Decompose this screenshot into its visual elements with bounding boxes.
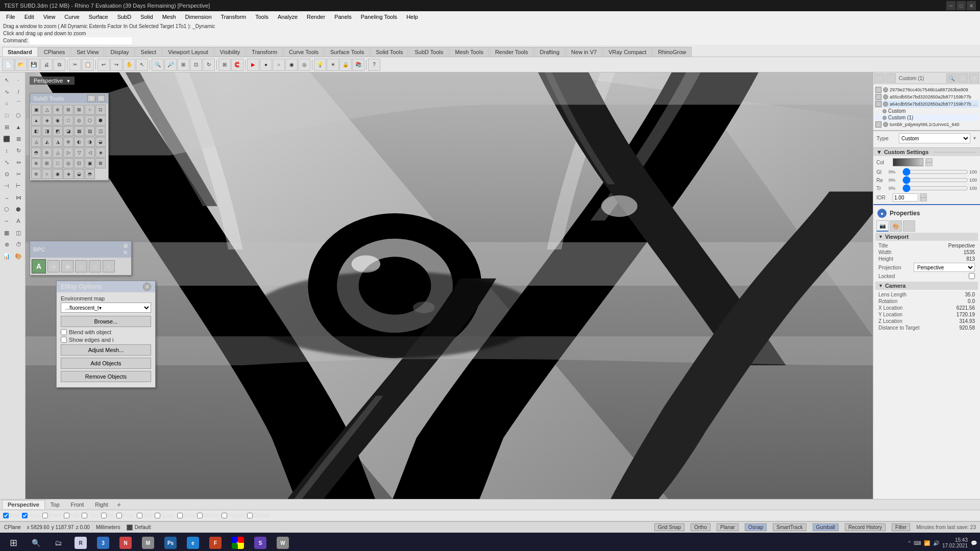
toolbar-pan[interactable]: ✋ (123, 59, 135, 71)
menu-paneling-tools[interactable]: Paneling Tools (357, 13, 401, 21)
toolbar-shading2[interactable]: ● (260, 59, 272, 71)
emap-add-objects-button[interactable]: Add Objects (61, 358, 151, 369)
prop-tab-camera[interactable]: 📷 (876, 220, 889, 232)
subd-tool-13[interactable]: ⬢ (95, 115, 106, 126)
notification-icon[interactable]: 💬 (971, 540, 977, 546)
app-w[interactable]: W (273, 534, 293, 551)
sidebar-surface-icon[interactable]: ⊞ (1, 121, 12, 133)
subd-settings-button[interactable]: ⚙ (87, 95, 95, 102)
layer-expand-0[interactable]: + (875, 87, 881, 93)
ortho-button[interactable]: Ortho (691, 523, 710, 531)
start-button[interactable]: ⊞ (3, 534, 23, 551)
rpc-close-button[interactable]: ✕ (123, 249, 128, 256)
subd-tool-45[interactable]: ◈ (63, 169, 74, 179)
subd-tool-41[interactable]: ⊠ (95, 158, 106, 168)
sidebar-snap-icon[interactable]: ⊕ (1, 239, 12, 250)
viewport-tab-add[interactable]: + (114, 500, 124, 509)
ior-spin-up[interactable]: ▲ (920, 193, 927, 197)
snap-int-checkbox[interactable] (101, 513, 107, 518)
sidebar-mesh-icon[interactable]: ⊠ (13, 133, 24, 144)
subd-tool-17[interactable]: ◪ (63, 126, 74, 136)
sidebar-solid-icon[interactable]: ⬛ (1, 133, 12, 144)
subd-tool-12[interactable]: ⬡ (85, 115, 95, 126)
filter-button[interactable]: Filter (892, 523, 910, 531)
subd-tool-35[interactable]: ⊕ (31, 158, 41, 168)
toolbar-rotate[interactable]: ↻ (203, 59, 215, 71)
subd-tool-14[interactable]: ◧ (31, 126, 41, 136)
emap-blend-checkbox[interactable] (61, 329, 67, 335)
sidebar-group-icon[interactable]: ⬡ (1, 204, 12, 215)
toolbar-redo[interactable]: ↪ (110, 59, 122, 71)
maximize-button[interactable]: □ (957, 1, 966, 10)
tab-standard[interactable]: Standard (2, 47, 38, 57)
emap-close-button[interactable]: ✕ (143, 283, 151, 291)
sidebar-circle-icon[interactable]: ○ (1, 98, 12, 109)
tab-transform[interactable]: Transform (246, 47, 283, 57)
layer-item-4[interactable]: Custom (1) (874, 114, 979, 121)
app-m[interactable]: M (138, 534, 158, 551)
sidebar-blend-icon[interactable]: ⋈ (13, 192, 24, 203)
menu-panels[interactable]: Panels (330, 13, 356, 21)
subd-tool-19[interactable]: ▤ (85, 126, 95, 136)
tab-mesh-tools[interactable]: Mesh Tools (449, 47, 488, 57)
snap-knot-checkbox[interactable] (177, 513, 183, 518)
sidebar-rect-icon[interactable]: □ (1, 110, 12, 121)
menu-surface[interactable]: Surface (85, 13, 112, 21)
snap-tan-checkbox[interactable] (137, 513, 142, 518)
toolbar-shading5[interactable]: ◎ (298, 59, 310, 71)
subd-tool-8[interactable]: ◈ (42, 115, 52, 126)
sidebar-transform-icon[interactable]: ↕ (1, 145, 12, 156)
col-spin-up[interactable]: ▲ (925, 158, 933, 162)
viewport-tab-top[interactable]: Top (45, 500, 65, 509)
sidebar-join-icon[interactable]: ⊢ (13, 180, 24, 191)
sidebar-extrude-icon[interactable]: ▲ (13, 121, 24, 133)
snap-perp-checkbox[interactable] (116, 513, 122, 518)
emap-adjust-mesh-button[interactable]: Adjust Mesh... (61, 344, 151, 356)
sidebar-curve-icon[interactable]: ∿ (1, 86, 12, 97)
prop-projection-select[interactable]: Perspective (914, 263, 975, 272)
subd-tool-25[interactable]: ◐ (74, 137, 84, 147)
toolbar-copy[interactable]: ⧉ (53, 59, 65, 71)
subd-tool-46[interactable]: ◒ (74, 169, 84, 179)
subd-tool-18[interactable]: ▦ (74, 126, 84, 136)
prop-tab-object[interactable]: □ (903, 220, 915, 232)
subd-tool-44[interactable]: ◉ (53, 169, 63, 179)
sidebar-layout-icon[interactable]: ◫ (13, 227, 24, 238)
prop-tab-material[interactable]: 🎨 (890, 220, 902, 232)
app-edge[interactable]: e (183, 534, 203, 551)
subd-tool-29[interactable]: ⊗ (42, 147, 52, 158)
tab-visibility[interactable]: Visibility (214, 47, 246, 57)
toolbar-shading4[interactable]: ◉ (285, 59, 298, 71)
snap-disable-checkbox[interactable] (247, 513, 253, 518)
subd-tool-22[interactable]: ◭ (42, 137, 52, 147)
col-spin-down[interactable]: ▼ (925, 162, 933, 166)
tab-setview[interactable]: Set View (71, 47, 104, 57)
menu-transform[interactable]: Transform (217, 13, 251, 21)
viewport-tab-right[interactable]: Right (89, 500, 114, 509)
sidebar-analyze-icon[interactable]: 📊 (1, 251, 12, 262)
layer-expand-5[interactable]: + (875, 121, 881, 128)
tab-drafting[interactable]: Drafting (534, 47, 566, 57)
close-button[interactable]: ✕ (967, 1, 976, 10)
emap-remove-objects-button[interactable]: Remove Objects (61, 371, 151, 382)
minimize-button[interactable]: ─ (946, 1, 955, 10)
app-f[interactable]: F (205, 534, 226, 551)
viewport-dropdown-icon[interactable]: ▼ (66, 79, 71, 84)
rpc-letter-btn[interactable]: A (32, 259, 46, 273)
rpc-btn-1[interactable]: ⊞ (47, 260, 60, 272)
subd-tool-37[interactable]: □ (53, 158, 63, 168)
tab-rhinogrow[interactable]: RhinoGrow (652, 47, 692, 57)
menu-render[interactable]: Render (303, 13, 329, 21)
sidebar-dim-icon[interactable]: ↔ (1, 215, 12, 227)
tab-cplanes[interactable]: CPlanes (38, 47, 71, 57)
toolbar-layer[interactable]: 📚 (352, 59, 364, 71)
subd-tool-43[interactable]: ○ (42, 169, 52, 179)
subd-tool-40[interactable]: ▣ (85, 158, 95, 168)
search-button[interactable]: 🔍 (26, 534, 46, 551)
sidebar-scale-icon[interactable]: ⤡ (1, 157, 12, 168)
subd-tool-21[interactable]: ◬ (31, 137, 41, 147)
subd-tool-28[interactable]: ◓ (31, 147, 41, 158)
command-input[interactable] (30, 37, 132, 44)
subd-tool-47[interactable]: ◓ (85, 169, 95, 179)
snap-end-checkbox[interactable] (3, 513, 9, 518)
